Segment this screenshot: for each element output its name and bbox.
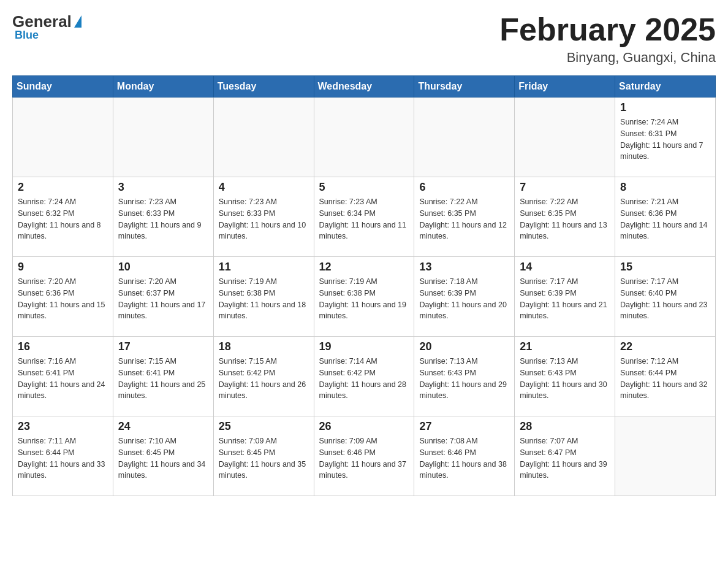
day-cell: 2Sunrise: 7:24 AMSunset: 6:32 PMDaylight… bbox=[13, 177, 113, 257]
day-cell bbox=[213, 98, 314, 177]
day-info: Sunrise: 7:12 AMSunset: 6:44 PMDaylight:… bbox=[620, 356, 710, 402]
week-row-1: 1Sunrise: 7:24 AMSunset: 6:31 PMDaylight… bbox=[13, 98, 716, 177]
day-cell: 27Sunrise: 7:08 AMSunset: 6:46 PMDayligh… bbox=[414, 416, 515, 496]
day-cell: 16Sunrise: 7:16 AMSunset: 6:41 PMDayligh… bbox=[13, 337, 113, 416]
day-number: 25 bbox=[219, 420, 309, 433]
day-cell: 21Sunrise: 7:13 AMSunset: 6:43 PMDayligh… bbox=[515, 337, 615, 416]
day-info: Sunrise: 7:23 AMSunset: 6:33 PMDaylight:… bbox=[219, 196, 309, 242]
header: General Blue February 2025 Binyang, Guan… bbox=[12, 12, 716, 66]
day-number: 16 bbox=[18, 340, 108, 353]
day-info: Sunrise: 7:19 AMSunset: 6:38 PMDaylight:… bbox=[219, 276, 309, 322]
day-cell: 1Sunrise: 7:24 AMSunset: 6:31 PMDaylight… bbox=[615, 98, 716, 177]
day-number: 19 bbox=[319, 340, 409, 353]
day-cell bbox=[615, 416, 716, 496]
day-cell: 23Sunrise: 7:11 AMSunset: 6:44 PMDayligh… bbox=[13, 416, 113, 496]
day-number: 15 bbox=[620, 261, 710, 274]
day-info: Sunrise: 7:11 AMSunset: 6:44 PMDaylight:… bbox=[18, 435, 108, 481]
day-cell: 7Sunrise: 7:22 AMSunset: 6:35 PMDaylight… bbox=[515, 177, 615, 257]
day-cell: 6Sunrise: 7:22 AMSunset: 6:35 PMDaylight… bbox=[414, 177, 515, 257]
day-cell: 19Sunrise: 7:14 AMSunset: 6:42 PMDayligh… bbox=[314, 337, 414, 416]
day-cell bbox=[113, 98, 213, 177]
day-info: Sunrise: 7:24 AMSunset: 6:31 PMDaylight:… bbox=[620, 117, 710, 163]
day-cell: 20Sunrise: 7:13 AMSunset: 6:43 PMDayligh… bbox=[414, 337, 515, 416]
month-title: February 2025 bbox=[499, 12, 716, 47]
day-cell bbox=[314, 98, 414, 177]
weekday-header-sunday: Sunday bbox=[13, 76, 113, 98]
day-number: 18 bbox=[219, 340, 309, 353]
day-cell: 15Sunrise: 7:17 AMSunset: 6:40 PMDayligh… bbox=[615, 257, 716, 337]
day-cell bbox=[13, 98, 113, 177]
day-number: 2 bbox=[18, 181, 108, 194]
weekday-header-monday: Monday bbox=[113, 76, 213, 98]
day-info: Sunrise: 7:17 AMSunset: 6:39 PMDaylight:… bbox=[520, 276, 610, 322]
day-info: Sunrise: 7:13 AMSunset: 6:43 PMDaylight:… bbox=[419, 356, 509, 402]
calendar-table: SundayMondayTuesdayWednesdayThursdayFrid… bbox=[12, 75, 716, 496]
location-title: Binyang, Guangxi, China bbox=[499, 50, 716, 66]
day-number: 13 bbox=[419, 261, 509, 274]
day-number: 12 bbox=[319, 261, 409, 274]
day-cell: 11Sunrise: 7:19 AMSunset: 6:38 PMDayligh… bbox=[213, 257, 314, 337]
day-info: Sunrise: 7:23 AMSunset: 6:33 PMDaylight:… bbox=[118, 196, 208, 242]
day-number: 26 bbox=[319, 420, 409, 433]
week-row-5: 23Sunrise: 7:11 AMSunset: 6:44 PMDayligh… bbox=[13, 416, 716, 496]
day-cell: 12Sunrise: 7:19 AMSunset: 6:38 PMDayligh… bbox=[314, 257, 414, 337]
day-number: 11 bbox=[219, 261, 309, 274]
day-cell: 5Sunrise: 7:23 AMSunset: 6:34 PMDaylight… bbox=[314, 177, 414, 257]
day-info: Sunrise: 7:23 AMSunset: 6:34 PMDaylight:… bbox=[319, 196, 409, 242]
day-info: Sunrise: 7:18 AMSunset: 6:39 PMDaylight:… bbox=[419, 276, 509, 322]
day-number: 14 bbox=[520, 261, 610, 274]
day-cell bbox=[414, 98, 515, 177]
day-info: Sunrise: 7:21 AMSunset: 6:36 PMDaylight:… bbox=[620, 196, 710, 242]
day-info: Sunrise: 7:09 AMSunset: 6:45 PMDaylight:… bbox=[219, 435, 309, 481]
day-number: 20 bbox=[419, 340, 509, 353]
weekday-header-saturday: Saturday bbox=[615, 76, 716, 98]
day-number: 28 bbox=[520, 420, 610, 433]
day-info: Sunrise: 7:14 AMSunset: 6:42 PMDaylight:… bbox=[319, 356, 409, 402]
day-info: Sunrise: 7:22 AMSunset: 6:35 PMDaylight:… bbox=[419, 196, 509, 242]
day-cell: 22Sunrise: 7:12 AMSunset: 6:44 PMDayligh… bbox=[615, 337, 716, 416]
week-row-3: 9Sunrise: 7:20 AMSunset: 6:36 PMDaylight… bbox=[13, 257, 716, 337]
day-info: Sunrise: 7:24 AMSunset: 6:32 PMDaylight:… bbox=[18, 196, 108, 242]
day-info: Sunrise: 7:15 AMSunset: 6:41 PMDaylight:… bbox=[118, 356, 208, 402]
weekday-header-friday: Friday bbox=[515, 76, 615, 98]
day-number: 8 bbox=[620, 181, 710, 194]
day-info: Sunrise: 7:22 AMSunset: 6:35 PMDaylight:… bbox=[520, 196, 610, 242]
weekday-header-tuesday: Tuesday bbox=[213, 76, 314, 98]
day-cell: 10Sunrise: 7:20 AMSunset: 6:37 PMDayligh… bbox=[113, 257, 213, 337]
day-number: 3 bbox=[118, 181, 208, 194]
day-info: Sunrise: 7:16 AMSunset: 6:41 PMDaylight:… bbox=[18, 356, 108, 402]
logo-triangle-icon bbox=[74, 15, 82, 28]
day-info: Sunrise: 7:09 AMSunset: 6:46 PMDaylight:… bbox=[319, 435, 409, 481]
day-number: 22 bbox=[620, 340, 710, 353]
day-cell: 3Sunrise: 7:23 AMSunset: 6:33 PMDaylight… bbox=[113, 177, 213, 257]
day-info: Sunrise: 7:20 AMSunset: 6:37 PMDaylight:… bbox=[118, 276, 208, 322]
day-number: 9 bbox=[18, 261, 108, 274]
week-row-2: 2Sunrise: 7:24 AMSunset: 6:32 PMDaylight… bbox=[13, 177, 716, 257]
day-number: 17 bbox=[118, 340, 208, 353]
day-cell: 28Sunrise: 7:07 AMSunset: 6:47 PMDayligh… bbox=[515, 416, 615, 496]
logo-area: General Blue bbox=[12, 12, 82, 42]
weekday-header-thursday: Thursday bbox=[414, 76, 515, 98]
day-info: Sunrise: 7:08 AMSunset: 6:46 PMDaylight:… bbox=[419, 435, 509, 481]
day-cell: 4Sunrise: 7:23 AMSunset: 6:33 PMDaylight… bbox=[213, 177, 314, 257]
day-cell: 9Sunrise: 7:20 AMSunset: 6:36 PMDaylight… bbox=[13, 257, 113, 337]
day-cell: 18Sunrise: 7:15 AMSunset: 6:42 PMDayligh… bbox=[213, 337, 314, 416]
day-cell bbox=[515, 98, 615, 177]
weekday-header-wednesday: Wednesday bbox=[314, 76, 414, 98]
day-cell: 26Sunrise: 7:09 AMSunset: 6:46 PMDayligh… bbox=[314, 416, 414, 496]
weekday-header-row: SundayMondayTuesdayWednesdayThursdayFrid… bbox=[13, 76, 716, 98]
week-row-4: 16Sunrise: 7:16 AMSunset: 6:41 PMDayligh… bbox=[13, 337, 716, 416]
day-number: 6 bbox=[419, 181, 509, 194]
day-cell: 24Sunrise: 7:10 AMSunset: 6:45 PMDayligh… bbox=[113, 416, 213, 496]
day-number: 21 bbox=[520, 340, 610, 353]
day-info: Sunrise: 7:15 AMSunset: 6:42 PMDaylight:… bbox=[219, 356, 309, 402]
day-info: Sunrise: 7:10 AMSunset: 6:45 PMDaylight:… bbox=[118, 435, 208, 481]
logo-blue-text: Blue bbox=[15, 29, 39, 42]
day-number: 5 bbox=[319, 181, 409, 194]
day-number: 10 bbox=[118, 261, 208, 274]
day-number: 7 bbox=[520, 181, 610, 194]
day-number: 24 bbox=[118, 420, 208, 433]
day-number: 27 bbox=[419, 420, 509, 433]
day-cell: 13Sunrise: 7:18 AMSunset: 6:39 PMDayligh… bbox=[414, 257, 515, 337]
day-number: 23 bbox=[18, 420, 108, 433]
